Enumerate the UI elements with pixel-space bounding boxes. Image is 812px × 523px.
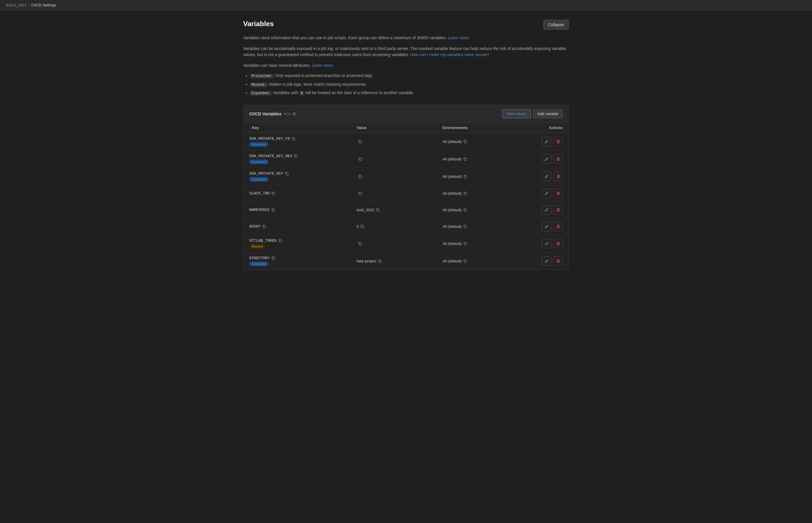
col-header-environments: Environments <box>443 126 520 130</box>
expanded-text2: will be treated as the start of a refere… <box>305 90 414 95</box>
key-cell: HUSKY <box>249 224 357 229</box>
key-cell: NAMESPACE <box>249 208 357 212</box>
table-row: HUSKY 0 All (default) <box>243 218 569 235</box>
copy-key-icon[interactable] <box>292 137 295 141</box>
env-cell: All (default) <box>443 259 520 263</box>
key-cell: SSH_PRIVATE_KEY Expanded <box>249 172 357 182</box>
delete-button[interactable] <box>553 205 563 215</box>
copy-value-icon[interactable] <box>358 157 362 161</box>
table-title-text: CI/CD Variables <box>249 111 281 116</box>
svg-rect-18 <box>279 240 281 242</box>
desc2-text: Variables can be accidentally exposed in… <box>243 46 566 57</box>
edit-button[interactable] <box>542 172 551 181</box>
copy-value-icon[interactable] <box>358 140 362 144</box>
copy-key-icon[interactable] <box>271 256 275 260</box>
copy-env-icon[interactable] <box>463 242 467 246</box>
copy-value-icon[interactable] <box>360 224 364 228</box>
copy-key-icon[interactable] <box>278 239 282 242</box>
key-text: SSH_PRIVATE_KEY_DEV <box>249 154 292 158</box>
table-row: SLACK_TAG All (default) <box>243 185 569 202</box>
delete-button[interactable] <box>553 137 563 146</box>
desc2: Variables can be accidentally exposed in… <box>243 46 569 58</box>
badge-expanded: Expanded <box>249 142 269 147</box>
copy-key-icon[interactable] <box>285 172 289 176</box>
table-title-icon: </> <box>284 112 291 116</box>
topbar-separator: / <box>29 3 30 7</box>
copy-env-icon[interactable] <box>463 175 467 178</box>
desc3-link[interactable]: Learn more. <box>312 63 333 68</box>
table-action-buttons: Hide values Add variable <box>502 109 563 118</box>
attributes-list: Protected: Only exposed to protected bra… <box>250 72 569 97</box>
edit-button[interactable] <box>542 239 551 248</box>
col-key-label: Key <box>252 126 259 130</box>
delete-button[interactable] <box>553 154 563 164</box>
hide-values-button[interactable]: Hide values <box>502 109 531 118</box>
delete-button[interactable] <box>553 222 563 231</box>
delete-button[interactable] <box>553 172 563 181</box>
copy-env-icon[interactable] <box>463 192 467 195</box>
collapse-button[interactable]: Collapse <box>543 20 569 30</box>
svg-rect-7 <box>360 176 362 178</box>
key-cell: SLACK_TAG <box>249 191 357 196</box>
copy-value-icon[interactable] <box>358 192 362 195</box>
badge-expanded: Expanded <box>249 177 269 182</box>
copy-value-icon[interactable] <box>358 242 362 246</box>
actions-cell <box>520 172 563 181</box>
key-name: GITLAB_TOKEN <box>249 238 357 243</box>
key-name: SLACK_TAG <box>249 191 357 196</box>
copy-key-icon[interactable] <box>271 192 275 195</box>
delete-button[interactable] <box>553 189 563 198</box>
table-body: SSH_PRIVATE_KEY_FD Expanded All (default… <box>243 133 569 270</box>
svg-rect-10 <box>360 193 362 195</box>
add-variable-button[interactable]: Add variable <box>533 109 563 118</box>
svg-rect-5 <box>464 158 466 161</box>
desc2-link[interactable]: How can I make my variables more secure? <box>410 52 489 57</box>
copy-env-icon[interactable] <box>463 224 467 228</box>
key-name: NAMESPACE <box>249 208 357 212</box>
svg-rect-23 <box>464 260 466 263</box>
copy-key-icon[interactable] <box>271 208 275 212</box>
variables-table-container: CI/CD Variables </> 8 Hide values Add va… <box>243 105 569 270</box>
table-row: GITLAB_TOKEN Masked All (default) <box>243 235 569 252</box>
svg-rect-3 <box>295 156 297 158</box>
key-text: SLACK_TAG <box>249 191 270 196</box>
actions-cell <box>520 239 563 248</box>
badge-expanded: Expanded <box>249 160 269 164</box>
sort-down-icon: ↓ <box>249 126 251 129</box>
copy-env-icon[interactable] <box>463 259 467 263</box>
copy-value-icon[interactable] <box>378 259 382 263</box>
delete-button[interactable] <box>553 256 563 266</box>
delete-button[interactable] <box>553 239 563 248</box>
edit-button[interactable] <box>542 222 551 231</box>
actions-cell <box>520 154 563 164</box>
svg-rect-9 <box>273 193 275 195</box>
edit-button[interactable] <box>542 137 551 146</box>
value-cell <box>357 140 442 144</box>
copy-env-icon[interactable] <box>463 140 467 144</box>
col-value-label: Value <box>357 126 366 130</box>
value-text: fake-project <box>357 259 376 263</box>
copy-key-icon[interactable] <box>294 154 298 158</box>
project-link[interactable]: BOLD_2022 <box>6 3 27 7</box>
edit-button[interactable] <box>542 256 551 266</box>
copy-value-icon[interactable] <box>358 175 362 178</box>
key-text: SSH_PRIVATE_KEY <box>249 172 283 176</box>
desc1-link[interactable]: Learn more. <box>448 35 470 40</box>
masked-text: Hidden in job logs. Must match masking r… <box>269 82 367 87</box>
svg-rect-1 <box>360 141 362 143</box>
edit-button[interactable] <box>542 189 551 198</box>
edit-button[interactable] <box>542 154 551 164</box>
env-cell: All (default) <box>443 208 520 212</box>
expanded-text: Variables with <box>273 90 299 95</box>
svg-rect-15 <box>263 226 265 228</box>
edit-button[interactable] <box>542 205 551 215</box>
key-text: HUSKY <box>249 224 261 229</box>
copy-key-icon[interactable] <box>262 224 266 228</box>
copy-value-icon[interactable] <box>376 208 380 212</box>
env-text: All (default) <box>443 259 462 263</box>
desc3: Variables can have several attributes. L… <box>243 62 569 69</box>
col-header-value: Value <box>357 126 442 130</box>
copy-env-icon[interactable] <box>463 208 467 212</box>
copy-env-icon[interactable] <box>463 157 467 161</box>
key-name: DIRECTORY <box>249 256 357 260</box>
